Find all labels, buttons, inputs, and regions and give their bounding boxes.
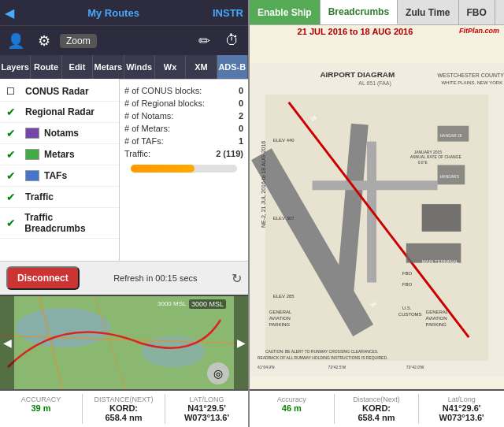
stat-conus-blocks: # of CONUS blocks: 0 [124,84,243,97]
svg-text:73°42.5'W: 73°42.5'W [328,366,346,369]
layer-metars[interactable]: ✔ Metars [0,144,119,165]
tab-zulu-time[interactable]: Zulu Time [398,0,458,24]
svg-text:41°04.9'N: 41°04.9'N [258,366,275,369]
svg-text:ANNUAL RATE OF CHANGE: ANNUAL RATE OF CHANGE [410,155,462,159]
right-tabs: Enable Ship Breadcrumbs Zulu Time FBO [250,0,504,25]
left-panel: ◀ My Routes INSTR 👤 ⚙ Zoom ✏ ⏱ Layers Ro… [0,0,248,427]
layer-tafs[interactable]: ✔ TAFs [0,165,119,187]
svg-text:ELEV 307: ELEV 307 [273,216,295,221]
svg-text:HANGAR 26: HANGAR 26 [440,134,462,138]
accuracy-value: 39 m [31,403,50,413]
right-latlong-cell: Lat/Long N41°29.6' W073°13.6' [419,394,504,424]
distance-value: 658.4 nm [105,413,142,422]
tab-ads-b[interactable]: ADS-B [217,55,248,79]
layer-conus-radar[interactable]: ☐ CONUS Radar [0,82,119,102]
metars-label: Metars [44,149,75,160]
uncheck-conus: ☐ [6,86,20,97]
right-distance-value: 658.4 nm [358,413,395,422]
svg-text:READBACK OF ALL RUNWAY HOLDING: READBACK OF ALL RUNWAY HOLDING INSTRUCTI… [258,356,387,360]
refresh-text: Refresh in 00:15 secs [86,273,225,283]
conus-radar-label: CONUS Radar [25,86,89,97]
tab-metars[interactable]: Metars [93,55,124,79]
check-regional: ✔ [6,106,20,118]
svg-point-1 [16,308,110,347]
tab-fbo[interactable]: FBO [459,0,495,24]
distance-dest: KORD: [109,403,138,413]
airport-date: 21 JUL 2016 to 18 AUG 2016 FitPlan.com [250,25,504,38]
map-arrow-left[interactable]: ◀ [0,296,14,389]
tab-route[interactable]: Route [31,55,61,79]
stat-traffic: Traffic: 2 (119) [124,147,243,160]
tab-winds[interactable]: Winds [124,55,155,79]
tab-wx[interactable]: Wx [155,55,186,79]
notams-color [25,128,39,139]
svg-text:JANUARY 2015: JANUARY 2015 [414,150,443,154]
bottom-info-left: Accuracy 39 m Distance(Next) KORD: 658.4… [0,389,248,427]
tab-breadcrumbs[interactable]: Breadcrumbs [321,0,398,24]
svg-text:CAUTION: BE ALERT TO RUNWAY CR: CAUTION: BE ALERT TO RUNWAY CROSSING CLE… [265,350,379,354]
metars-color [25,149,39,160]
zoom-button[interactable]: Zoom [60,34,97,48]
layer-list: ☐ CONUS Radar ✔ Regional Radar ✔ Notams … [0,79,120,261]
svg-text:GENERAL: GENERAL [426,310,449,314]
my-routes-button[interactable]: My Routes [17,7,209,19]
stats-panel: # of CONUS blocks: 0 # of Regional block… [120,79,248,261]
latlong-cell: Lat/Long N41°29.5' W073°13.6' [165,394,248,424]
airport-svg: AIRPORT DIAGRAM AL 651 (FAA) WESTCHESTER… [250,38,504,389]
svg-text:0.0°E: 0.0°E [418,161,428,165]
layer-notams[interactable]: ✔ Notams [0,123,119,144]
layer-traffic[interactable]: ✔ Traffic [0,187,119,208]
svg-text:AIRPORT DIAGRAM: AIRPORT DIAGRAM [320,70,395,79]
svg-text:ELEV 285: ELEV 285 [273,294,295,299]
tafs-color [25,170,39,181]
tafs-label: TAFs [44,170,67,181]
svg-text:WHITE PLAINS, NEW YORK: WHITE PLAINS, NEW YORK [441,80,502,85]
icon-row: 👤 ⚙ Zoom ✏ ⏱ [0,25,248,55]
right-distance-cell: Distance(Next) KORD: 658.4 nm [335,394,420,424]
svg-text:ELEV 440: ELEV 440 [273,138,295,143]
distance-cell: Distance(Next) KORD: 658.4 nm [83,394,165,424]
tab-xm[interactable]: XM [186,55,217,79]
right-distance-dest: KORD: [362,403,391,413]
check-traffic: ✔ [6,191,20,203]
stat-regional-blocks: # of Regional blocks: 0 [124,97,243,110]
gps-button[interactable]: ◎ [207,362,229,384]
right-lon-value: W073°13.6' [439,413,484,422]
timer-icon[interactable]: ⏱ [220,29,245,53]
svg-text:NE-2, 21 JUL 2016 to 18 AUG 20: NE-2, 21 JUL 2016 to 18 AUG 2016 [261,141,266,228]
check-breadcrumbs: ✔ [6,217,20,229]
top-bar: ◀ My Routes INSTR [0,0,248,25]
lat-value: N41°29.5' [187,403,226,413]
svg-text:MAIN TERMINAL: MAIN TERMINAL [422,259,459,264]
back-button[interactable]: ◀ [5,6,14,20]
layer-traffic-breadcrumbs[interactable]: ✔ Traffic Breadcrumbs [0,208,119,239]
svg-text:HANGARS: HANGARS [440,175,460,179]
lon-value: W073°13.6' [184,413,229,422]
svg-text:CUSTOMS: CUSTOMS [398,312,422,317]
svg-text:U.S.: U.S. [402,306,412,310]
check-notams: ✔ [6,127,20,139]
tab-layers[interactable]: Layers [0,55,31,79]
svg-text:AVIATION: AVIATION [426,316,447,321]
right-lat-value: N41°29.6' [443,403,481,413]
progress-bar-fill [131,165,195,173]
disconnect-button[interactable]: Disconnect [6,266,80,290]
tab-edit[interactable]: Edit [62,55,93,79]
layer-regional-radar[interactable]: ✔ Regional Radar [0,102,119,123]
svg-text:WESTCHESTER COUNTY (HPN): WESTCHESTER COUNTY (HPN) [438,72,504,79]
svg-text:PARKING: PARKING [426,322,447,327]
svg-text:GENERAL: GENERAL [269,310,292,314]
bottom-info-right: Accuracy 46 m Distance(Next) KORD: 658.4… [250,389,504,427]
stat-notams: # of Notams: 2 [124,110,243,122]
traffic-label: Traffic [25,191,54,202]
refresh-icon[interactable]: ↻ [232,271,242,286]
gear-icon[interactable]: ⚙ [32,29,57,53]
pencil-icon[interactable]: ✏ [191,29,217,53]
person-icon[interactable]: 👤 [3,29,28,53]
nav-tabs: Layers Route Edit Metars Winds Wx XM ADS… [0,55,248,79]
svg-text:PARKING: PARKING [269,322,291,327]
tab-enable-ship[interactable]: Enable Ship [250,0,321,24]
instr-button[interactable]: INSTR [213,7,243,19]
regional-radar-label: Regional Radar [25,106,94,117]
map-arrow-right[interactable]: ▶ [234,296,248,389]
